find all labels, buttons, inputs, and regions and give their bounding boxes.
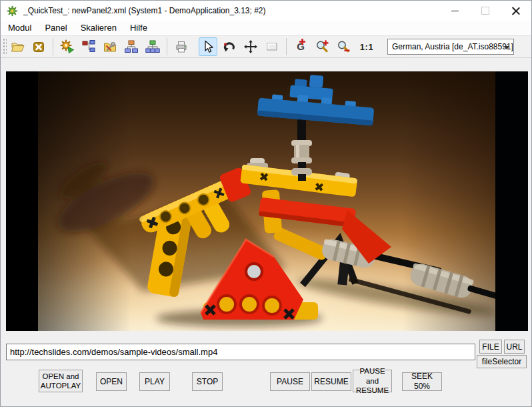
open-and-autoplay-button[interactable]: OPEN and AUTOPLAY	[39, 370, 83, 392]
stop-button[interactable]: STOP	[192, 372, 223, 391]
move-tool-button[interactable]	[241, 37, 260, 56]
pause-button[interactable]: PAUSE	[270, 372, 310, 391]
menu-panel[interactable]: Panel	[38, 21, 73, 35]
open-button[interactable]: OPEN	[96, 372, 127, 391]
zoom-grow-button[interactable]: G	[291, 37, 310, 56]
orgchart-orange-icon	[124, 39, 139, 54]
file-selector-button[interactable]: fileSelector	[477, 355, 527, 368]
media-url-input[interactable]	[6, 344, 475, 360]
combo-arrow-icon	[504, 46, 509, 49]
video-display-panel	[6, 71, 528, 331]
module-tree-icon	[81, 39, 96, 54]
file-mode-button[interactable]: FILE	[479, 340, 502, 354]
locale-combobox-value: German, Austria [de_AT.iso88591]	[392, 42, 513, 51]
module-tools-folder-icon	[103, 39, 117, 54]
url-mode-button[interactable]: URL	[504, 340, 525, 354]
marquee-tool-icon	[265, 39, 279, 54]
minimize-button[interactable]	[439, 1, 470, 21]
maximize-button[interactable]	[470, 1, 501, 21]
toolbar-separator	[167, 38, 167, 55]
zoom-out-icon	[336, 39, 351, 54]
layout-orgchart-green-button[interactable]	[143, 37, 162, 56]
select-tool-button[interactable]	[199, 37, 217, 56]
printer-icon	[174, 39, 189, 54]
close-icon	[512, 7, 520, 15]
resume-button[interactable]: RESUME	[311, 372, 351, 391]
toolbar-separator	[286, 38, 287, 55]
toolbar-separator	[53, 38, 53, 55]
module-tools-button[interactable]	[101, 37, 119, 56]
toolbar-grip-handle[interactable]	[3, 38, 7, 55]
zoom-one-to-one-button[interactable]: 1:1	[355, 37, 378, 56]
run-module-button[interactable]	[58, 37, 77, 56]
menu-modul[interactable]: Modul	[1, 21, 38, 35]
print-button[interactable]	[172, 37, 191, 56]
application-window: _QuickTest_: newPanel2.xml (System1 - De…	[0, 0, 532, 407]
zoom-in-icon	[315, 39, 329, 54]
layout-orgchart-orange-button[interactable]	[122, 37, 141, 56]
menu-skalieren[interactable]: Skalieren	[74, 21, 123, 35]
zoom-one-to-one-icon: 1:1	[360, 42, 373, 52]
locale-combobox[interactable]: German, Austria [de_AT.iso88591]	[387, 39, 514, 55]
select-arrow-icon	[201, 39, 215, 54]
rotate-tool-icon	[222, 39, 237, 54]
open-panel-button[interactable]	[8, 37, 27, 56]
seek-50-button[interactable]: SEEK 50%	[402, 372, 442, 391]
menu-hilfe[interactable]: Hilfe	[123, 21, 154, 35]
close-module-icon	[31, 39, 46, 54]
zoom-out-button[interactable]	[334, 37, 353, 56]
open-folder-icon	[10, 39, 25, 54]
minimize-icon	[451, 11, 459, 11]
toolbar: G 1:1 German, Austria [de_AT.iso88591]	[1, 35, 531, 58]
marquee-tool-button[interactable]	[263, 37, 281, 56]
window-title: _QuickTest_: newPanel2.xml (System1 - De…	[23, 6, 266, 15]
zoom-grow-icon: G	[297, 41, 305, 53]
video-frame-lego-scene	[6, 71, 528, 331]
zoom-in-button[interactable]	[313, 37, 331, 56]
maximize-icon	[481, 7, 489, 15]
rotate-tool-button[interactable]	[220, 37, 239, 56]
module-tree-button[interactable]	[79, 37, 98, 56]
play-button[interactable]: PLAY	[139, 372, 170, 391]
title-bar: _QuickTest_: newPanel2.xml (System1 - De…	[1, 1, 531, 21]
orgchart-green-icon	[145, 39, 160, 54]
app-gear-icon	[7, 5, 18, 17]
close-button[interactable]	[501, 1, 531, 21]
run-gear-icon	[60, 39, 75, 54]
move-tool-icon	[243, 39, 258, 54]
pause-and-resume-button[interactable]: PAUSE and RESUME	[353, 370, 392, 392]
close-panel-button[interactable]	[29, 37, 48, 56]
menu-bar: Modul Panel Skalieren Hilfe	[1, 21, 531, 35]
